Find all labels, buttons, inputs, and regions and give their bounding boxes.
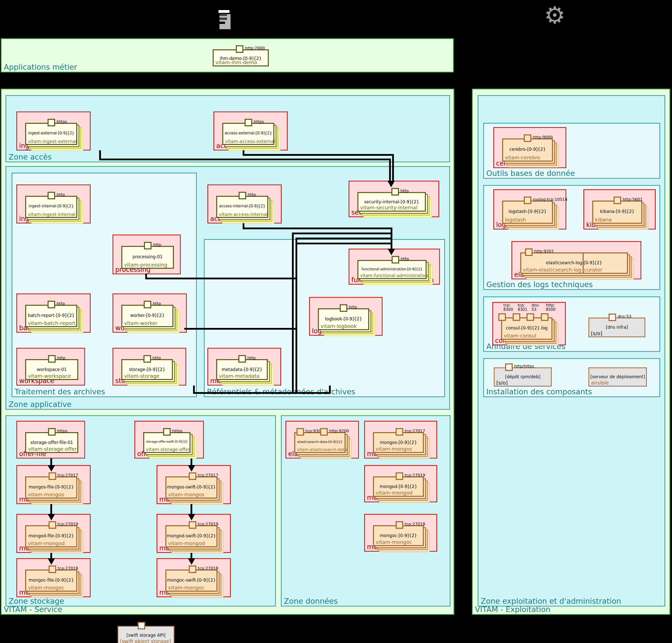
card-line1: functional-administration-[0-9]{2} [358,267,425,271]
port-label: http [248,355,256,360]
card-line2: vitam-storage [124,373,159,379]
arrowhead [188,514,195,520]
card-line1: workspace-01 [26,367,77,372]
component-logstash: logstashlogstash-[0-9]{2}logstashsyslog:… [493,189,566,230]
card-line1: kibana-[0-9]{2} [593,209,641,214]
port-logstash [524,196,531,204]
card-depot: [dépôt rpm/deb][s/o] [494,367,552,387]
card-line2: vitam-ingest-internal [28,212,75,217]
gear-icon: ⚙ [544,3,565,27]
card-line2: vitam-elasticsearch-data [297,447,347,452]
component-workspace: workspaceworkspace-01vitam-workspacehttp [16,348,85,386]
port-functional-administration [392,256,399,264]
card-dns-infra: [dns infra][s/o] [588,318,645,337]
port-ingest-internal [48,192,55,199]
port-mongoc-file [49,566,56,573]
port-mongos-file [49,472,56,480]
port-elasticsearch-log [525,248,532,256]
port-access-internal [239,192,246,199]
card-serveur: [serveur de déploiement]ansible [588,367,647,387]
port-label: http [400,189,409,193]
card-line1: elasticsearch-log-[0-9]{2} [521,260,627,265]
connector-line [389,159,391,181]
card-line2: [swift object storage] [120,639,171,643]
component-processing: processingprocessing-01vitam-processingh… [112,234,181,274]
card-swift: [swift storage API][swift object storage… [118,626,175,643]
card-line2: [s/o] [591,330,602,337]
connector-line [193,392,331,394]
arrowhead [387,248,395,255]
card-line2: vitam-elasticsearch-log [523,267,581,273]
component-metadata: metadatametadata-[0-9]{2}vitam-metadatah… [207,348,281,386]
port-elasticsearch-data [297,428,304,436]
component-ingest-external: ingest-externalingest-external-[0-9]{2}v… [16,111,91,150]
component-logbook: logbooklogbook-[0-9]{2}vitam-logbookhttp [309,297,383,336]
port-label: tcp:27017 [58,473,78,478]
port-label: dns:53 [617,314,631,319]
port-offer-swift [163,428,171,436]
port-mongoc [396,521,403,529]
component-cerebro: cerebrocerebro-[0-9]{2}vitam-cerebrohttp… [493,127,566,168]
card-line2: vitam-workspace [28,373,71,379]
card-line2: vitam-mongod [376,490,412,496]
port-label: http [153,355,161,360]
card-elasticsearch-log: elasticsearch-log-[0-9]{2}vitam-elastics… [520,252,628,274]
component-offer-swift: offer-swiftstorage-offer-swift-[0-9]{2}v… [134,421,204,459]
port-label: https [57,428,68,433]
port-cerebro [524,134,531,142]
card-line1: security-internal-[0-9]{2} [358,199,425,204]
port-label: http:9200 [329,428,349,433]
port-label: http/https [514,364,534,369]
card-line1: logstash-[0-9]{2} [503,209,552,214]
port-dns-infra [609,314,616,321]
port-label: http:9000 [533,135,553,140]
connector-line [243,154,394,156]
card-line2: logstash [505,217,526,223]
card-line1: mongod-swift-[0-9]{2} [166,533,216,538]
component-access-internal: access-internalaccess-internal-[0-9]{2}v… [207,184,281,223]
port-logbook [340,304,347,312]
connector-line [184,328,297,330]
card-line2: vitam-mongos [28,492,64,498]
card-line1: mongos-[0-9]{2} [374,440,423,445]
card-line2b: curator [584,267,602,273]
port-label: http [248,192,256,197]
port-elasticsearch-data [320,428,328,436]
component-kibana: kibanakibana-[0-9]{2}kibanahttp:5601 [584,189,656,230]
card-line2: vitam-consul [504,333,536,339]
component-offer-file: offer-filestorage-offer-file-01vitam-sto… [16,421,85,459]
card-line2: vitam-mongoc [28,585,64,591]
card-line2: vitam-ingest-external [28,139,77,144]
card-line1: consul-[0-9]{2}.log [502,325,551,330]
card-line2: vitam-logbook [321,323,357,329]
card-line1: processing-01 [122,254,173,259]
card-line2: vitam-storage-offer [146,447,190,452]
connector-line [292,232,392,234]
zone-label-traitement: Traitement des archives [15,387,105,396]
component-access-external: access-externalaccess-external-[0-9]{2}v… [214,111,288,150]
port-mongos-swift [189,472,196,480]
card-line2: vitam-mongos [376,446,412,452]
card-line2: vitam-mongoc [376,539,412,545]
card-line1: [dépôt rpm/deb] [494,374,551,379]
connector-line [296,238,392,239]
port-label: tcp:27018 [58,566,78,571]
port-label: tcp:27017 [198,473,218,478]
component-batch-report: batch-reportbatch-report-[0-9]{2}vitam-b… [16,293,91,333]
card-line1: mongos-swift-[0-9]{2} [166,484,216,489]
port-label: http:7000 [245,46,265,51]
port-label: http [57,192,65,197]
card-line1: [dns infra] [589,325,645,330]
card-line2: vitam-batch-report [28,320,75,326]
port-consul [513,313,520,321]
card-line1: [serveur de déploiement] [589,374,646,379]
component-ingest-internal: ingest-internalingest-internal-[0-9]{2}v… [16,184,91,223]
card-line1: elasticsearch-data-[0-9]{2} [295,440,345,444]
card-line2: vitam-ihm-demo [215,59,257,65]
card-line2: vitam-functional-administration [360,273,428,278]
arrowhead [48,514,55,520]
zone-label-applicative: Zone applicative [9,400,71,409]
card-line2: vitam-access-internal [219,212,268,217]
card-line2: vitam-worker [124,320,157,326]
port-consul [498,313,506,321]
